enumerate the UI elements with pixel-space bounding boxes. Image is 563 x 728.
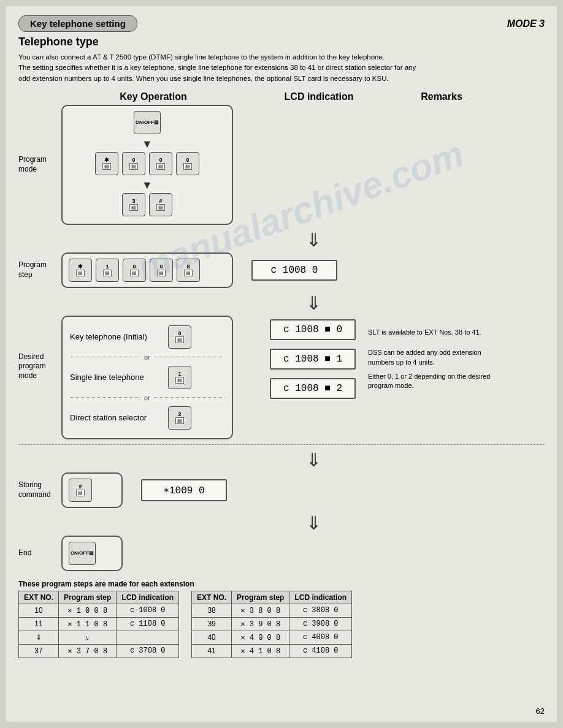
arrow-1: ⇓ [83, 229, 545, 251]
single-line-label: Single line telephone [70, 373, 162, 382]
header-bar: Key telephone setting MODE 3 [18, 15, 545, 32]
key-telephone-label: Key telephone (Initial) [70, 332, 162, 341]
table-row: 38 ✕ 3 8 0 8 c 3808 0 [192, 604, 352, 617]
divider-1 [18, 444, 545, 445]
key-row-2: 3 ▤ # ▤ [122, 193, 172, 216]
or-line-1: or [70, 352, 224, 362]
key-tel-btn-1[interactable]: 1 ▤ [168, 366, 191, 389]
option-direct-station: Direct station selector 2 ▤ [70, 403, 224, 433]
or-label-2: or [144, 394, 150, 401]
step-key-8[interactable]: 8 ▤ [177, 259, 200, 282]
t2-h-program: Program step [232, 591, 289, 604]
end-key-box: ON/OFF▤ [61, 536, 123, 571]
key-row-1: ✱ ▤ 0 ▤ 0 ▤ 0 ▤ [95, 152, 199, 175]
program-step-row: Program step ✱ ▤ 1 ▤ 0 ▤ 0 ▤ [18, 252, 545, 288]
key-star[interactable]: ✱ ▤ [95, 152, 118, 175]
t2-r4-lcd: c 4108 0 [289, 644, 352, 658]
t1-r4-prog: ✕ 3 7 0 8 [59, 644, 117, 658]
step-key-1[interactable]: 1 ▤ [96, 259, 119, 282]
tables-wrap: EXT NO. Program step LCD indication 10 ✕… [18, 591, 545, 658]
option-single-line: Single line telephone 1 ▤ [70, 362, 224, 393]
arrow-2: ⇓ [83, 292, 545, 314]
page-number: 62 [536, 707, 545, 716]
table-1: EXT NO. Program step LCD indication 10 ✕… [18, 591, 179, 658]
t2-r1-lcd: c 3808 0 [289, 604, 352, 617]
storing-command-label: Storing command [18, 480, 61, 499]
t1-h-lcd: LCD indication [117, 591, 179, 604]
t2-r4-ext: 41 [192, 644, 232, 658]
page: manualarchive.com Key telephone setting … [6, 6, 557, 722]
t1-r4-ext: 37 [19, 644, 59, 658]
option-key-telephone: Key telephone (Initial) 0 ▤ [70, 322, 224, 352]
table-row: 39 ✕ 3 9 0 8 c 3908 0 [192, 617, 352, 631]
lcd-direct-station: c 1008 ■ 2 [270, 378, 356, 399]
bottom-note: These program steps are made for each ex… [18, 580, 545, 588]
mode-label: MODE 3 [507, 18, 545, 29]
on-off-button[interactable]: ON/OFF▤ [134, 111, 161, 134]
t1-r2-lcd: c 1108 0 [117, 617, 179, 631]
lcd-storing: ∗1009 0 [141, 479, 227, 501]
program-step-label: Program step [18, 260, 61, 279]
step-key-star[interactable]: ✱ ▤ [69, 259, 92, 282]
program-mode-label: Program mode [18, 155, 61, 174]
key-tel-btn-0[interactable]: 0 ▤ [168, 325, 191, 349]
key-tel-btn-2[interactable]: 2 ▤ [168, 406, 191, 430]
key-hash[interactable]: # ▤ [149, 193, 172, 216]
storing-key-hash[interactable]: # ▤ [69, 479, 92, 502]
t1-r3-lcd [117, 631, 179, 644]
table-row: 10 ✕ 1 0 0 8 c 1008 0 [19, 604, 179, 617]
t2-h-extno: EXT NO. [192, 591, 232, 604]
lcd-single-line: c 1008 ■ 1 [270, 349, 356, 370]
key-3[interactable]: 3 ▤ [122, 193, 145, 216]
t1-r1-prog: ✕ 1 0 0 8 [59, 604, 117, 617]
program-mode-key-box: ON/OFF▤ ▼ ✱ ▤ 0 ▤ 0 ▤ [61, 105, 233, 225]
storing-key-box: # ▤ [61, 472, 123, 508]
col-lcd-label: LCD indication [258, 91, 380, 102]
end-on-off-button[interactable]: ON/OFF▤ [69, 542, 96, 565]
arrow-4: ⇓ [83, 512, 545, 534]
desired-label: Desired program mode [18, 316, 61, 381]
direct-station-label: Direct station selector [70, 413, 162, 422]
end-row: End ON/OFF▤ [18, 536, 545, 571]
desired-section: Desired program mode Key telephone (Init… [18, 316, 545, 439]
t2-r1-ext: 38 [192, 604, 232, 617]
key-0-2[interactable]: 0 ▤ [149, 152, 172, 175]
desired-remarks: SLT is available to EXT Nos. 38 to 41. D… [368, 316, 491, 391]
program-step-key-box: ✱ ▤ 1 ▤ 0 ▤ 0 ▤ 8 ▤ [61, 252, 233, 288]
end-label: End [18, 548, 61, 558]
col-key-op-label: Key Operation [61, 91, 245, 102]
t2-r2-prog: ✕ 3 9 0 8 [232, 617, 289, 631]
lcd-key-tel: c 1008 ■ 0 [270, 319, 356, 340]
t1-r1-ext: 10 [19, 604, 59, 617]
t1-r3-ext: ⇓ [19, 631, 59, 644]
lcd-program-step: c 1008 0 [251, 260, 337, 281]
remark-slt: SLT is available to EXT Nos. 38 to 41. [368, 328, 491, 337]
t1-r1-lcd: c 1008 0 [117, 604, 179, 617]
intro-text: You can also connect a AT & T 2500 type … [18, 52, 497, 84]
t2-r2-lcd: c 3908 0 [289, 617, 352, 631]
table-row: ⇓ ⇓ [19, 631, 179, 644]
on-off-row: ON/OFF▤ [134, 111, 161, 134]
t1-r3-prog: ⇓ [59, 631, 117, 644]
or-label-1: or [144, 354, 150, 361]
t2-r2-ext: 39 [192, 617, 232, 631]
key-0-1[interactable]: 0 ▤ [122, 152, 145, 175]
step-key-0-2[interactable]: 0 ▤ [150, 259, 173, 282]
desired-box: Key telephone (Initial) 0 ▤ or Single li… [61, 316, 233, 439]
col-remarks-label: Remarks [380, 91, 503, 102]
t2-r3-ext: 40 [192, 631, 232, 644]
key-0-3[interactable]: 0 ▤ [176, 152, 199, 175]
t1-r2-prog: ✕ 1 1 0 8 [59, 617, 117, 631]
t1-r4-lcd: c 3708 0 [117, 644, 179, 658]
t1-h-extno: EXT NO. [19, 591, 59, 604]
t2-r3-prog: ✕ 4 0 0 8 [232, 631, 289, 644]
t1-h-program: Program step [59, 591, 117, 604]
step-key-0-1[interactable]: 0 ▤ [123, 259, 146, 282]
program-mode-row: Program mode ON/OFF▤ ▼ ✱ ▤ 0 ▤ [18, 105, 545, 225]
storing-command-row: Storing command # ▤ ∗1009 0 [18, 472, 545, 508]
table-row: 11 ✕ 1 1 0 8 c 1108 0 [19, 617, 179, 631]
desired-lcd-column: c 1008 ■ 0 c 1008 ■ 1 c 1008 ■ 2 [251, 316, 356, 399]
t1-r2-ext: 11 [19, 617, 59, 631]
t2-h-lcd: LCD indication [289, 591, 352, 604]
remark-dss: DSS can be added any odd extension numbe… [368, 348, 491, 367]
